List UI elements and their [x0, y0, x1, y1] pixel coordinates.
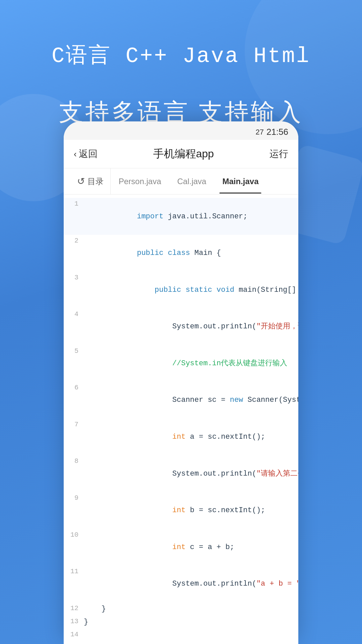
- back-arrow-icon: ‹: [74, 149, 77, 159]
- line-num-2: 2: [64, 235, 84, 246]
- tab-person-java[interactable]: Person.java: [111, 169, 169, 194]
- sync-icon: ↺: [77, 176, 85, 187]
- line-num-3: 3: [64, 272, 84, 283]
- tab-main-java[interactable]: Main.java: [214, 169, 266, 194]
- status-bar: 27 21:56: [64, 121, 298, 140]
- line-content-6: Scanner sc = new Scanner(System.in);: [84, 382, 298, 418]
- back-label: 返回: [79, 148, 98, 160]
- code-line-8: 8 System.out.println("请输入第二个整数吧。");: [64, 455, 298, 492]
- line-content-12: }: [84, 603, 298, 615]
- line-content-2: public class Main {: [84, 235, 298, 271]
- line-content-7: int a = sc.nextInt();: [84, 419, 298, 455]
- code-line-6: 6 Scanner sc = new Scanner(System.in);: [64, 382, 298, 419]
- line-num-1: 1: [64, 199, 84, 209]
- line-content-5: //System.in代表从键盘进行输入: [84, 346, 298, 381]
- code-line-7: 7 int a = sc.nextInt();: [64, 419, 298, 455]
- line-num-12: 12: [64, 603, 84, 614]
- line-num-11: 11: [64, 566, 84, 577]
- code-line-10: 10 int c = a + b;: [64, 529, 298, 566]
- line-content-11: System.out.println("a + b = " + c);: [84, 566, 298, 602]
- file-tabs-bar: ↺ 目录 Person.java Cal.java Main.java: [64, 168, 298, 195]
- code-line-13: 13 }: [64, 615, 298, 629]
- phone-mockup: 27 21:56 ‹ 返回 手机编程app 运行 ↺ 目录: [64, 121, 298, 644]
- code-line-5: 5 //System.in代表从键盘进行输入: [64, 345, 298, 382]
- line-num-8: 8: [64, 456, 84, 467]
- code-editor[interactable]: 1 import java.util.Scanner; 2 public cla…: [64, 195, 298, 644]
- code-line-4: 4 System.out.println("开始使用，请输入第一个整数吧。");: [64, 308, 298, 345]
- phone-mockup-container: 27 21:56 ‹ 返回 手机编程app 运行 ↺ 目录: [64, 121, 298, 644]
- code-line-2: 2 public class Main {: [64, 235, 298, 272]
- time-display: 21:56: [266, 127, 288, 137]
- line-content-9: int b = sc.nextInt();: [84, 493, 298, 528]
- header-section: C语言 C++ Java Html 支持多语言 支持输入: [0, 40, 362, 128]
- language-list-text: C语言 C++ Java Html: [13, 40, 349, 69]
- line-num-9: 9: [64, 493, 84, 503]
- line-num-7: 7: [64, 419, 84, 430]
- code-line-1: 1 import java.util.Scanner;: [64, 198, 298, 235]
- line-content-3: public static void main(String[] args){: [84, 272, 298, 308]
- line-content-8: System.out.println("请输入第二个整数吧。");: [84, 456, 298, 491]
- back-button[interactable]: ‹ 返回: [74, 148, 98, 160]
- code-line-12: 12 }: [64, 602, 298, 615]
- line-num-13: 13: [64, 616, 84, 627]
- app-navbar: ‹ 返回 手机编程app 运行: [64, 140, 298, 168]
- battery-indicator: 27: [255, 128, 263, 137]
- line-num-5: 5: [64, 346, 84, 357]
- line-content-10: int c = a + b;: [84, 530, 298, 565]
- code-line-11: 11 System.out.println("a + b = " + c);: [64, 566, 298, 602]
- tab-cal-java[interactable]: Cal.java: [169, 169, 215, 194]
- code-line-14: 14: [64, 629, 298, 641]
- line-num-14: 14: [64, 629, 84, 640]
- line-num-6: 6: [64, 382, 84, 393]
- line-content-1: import java.util.Scanner;: [84, 199, 298, 234]
- app-background: C语言 C++ Java Html 支持多语言 支持输入 27 21:56 ‹ …: [0, 0, 362, 644]
- run-button[interactable]: 运行: [269, 148, 288, 160]
- directory-label: 目录: [87, 176, 104, 187]
- line-content-13: }: [84, 616, 298, 628]
- line-content-4: System.out.println("开始使用，请输入第一个整数吧。");: [84, 309, 298, 344]
- tab-directory[interactable]: ↺ 目录: [70, 168, 111, 194]
- code-line-3: 3 public static void main(String[] args)…: [64, 272, 298, 309]
- page-title: 手机编程app: [153, 147, 214, 161]
- line-num-10: 10: [64, 530, 84, 540]
- code-line-9: 9 int b = sc.nextInt();: [64, 492, 298, 529]
- line-num-4: 4: [64, 309, 84, 320]
